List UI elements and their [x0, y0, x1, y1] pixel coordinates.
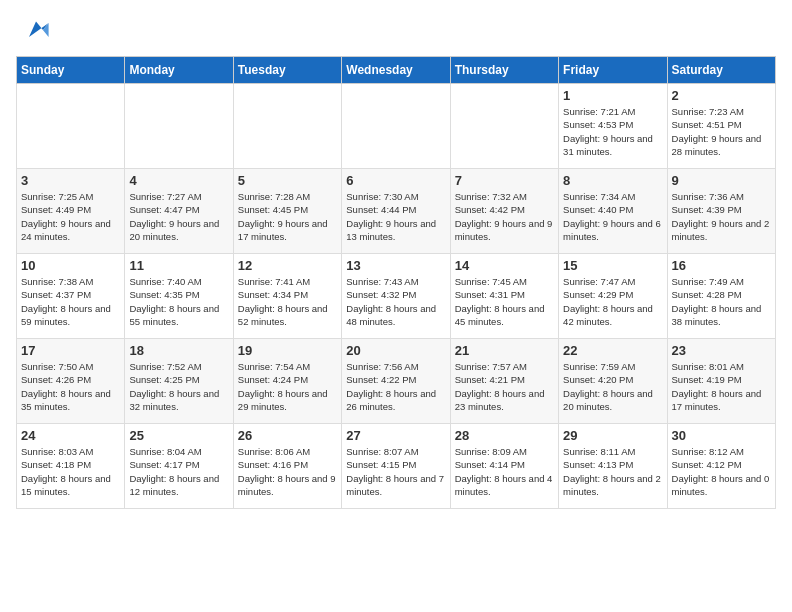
weekday-header-thursday: Thursday — [450, 57, 558, 84]
day-info: Sunrise: 7:59 AM Sunset: 4:20 PM Dayligh… — [563, 360, 662, 413]
calendar-cell — [17, 84, 125, 169]
calendar-cell: 8Sunrise: 7:34 AM Sunset: 4:40 PM Daylig… — [559, 169, 667, 254]
day-number: 5 — [238, 173, 337, 188]
day-number: 17 — [21, 343, 120, 358]
day-number: 30 — [672, 428, 771, 443]
day-number: 23 — [672, 343, 771, 358]
calendar-cell: 1Sunrise: 7:21 AM Sunset: 4:53 PM Daylig… — [559, 84, 667, 169]
day-number: 21 — [455, 343, 554, 358]
day-info: Sunrise: 7:34 AM Sunset: 4:40 PM Dayligh… — [563, 190, 662, 243]
weekday-header-saturday: Saturday — [667, 57, 775, 84]
day-number: 15 — [563, 258, 662, 273]
calendar-cell: 20Sunrise: 7:56 AM Sunset: 4:22 PM Dayli… — [342, 339, 450, 424]
day-number: 19 — [238, 343, 337, 358]
day-number: 22 — [563, 343, 662, 358]
calendar-cell: 21Sunrise: 7:57 AM Sunset: 4:21 PM Dayli… — [450, 339, 558, 424]
day-number: 7 — [455, 173, 554, 188]
day-info: Sunrise: 8:06 AM Sunset: 4:16 PM Dayligh… — [238, 445, 337, 498]
day-info: Sunrise: 7:52 AM Sunset: 4:25 PM Dayligh… — [129, 360, 228, 413]
day-number: 6 — [346, 173, 445, 188]
day-info: Sunrise: 8:12 AM Sunset: 4:12 PM Dayligh… — [672, 445, 771, 498]
day-number: 20 — [346, 343, 445, 358]
day-number: 12 — [238, 258, 337, 273]
day-number: 25 — [129, 428, 228, 443]
day-number: 1 — [563, 88, 662, 103]
calendar-cell — [233, 84, 341, 169]
day-info: Sunrise: 7:56 AM Sunset: 4:22 PM Dayligh… — [346, 360, 445, 413]
calendar-cell: 23Sunrise: 8:01 AM Sunset: 4:19 PM Dayli… — [667, 339, 775, 424]
day-number: 16 — [672, 258, 771, 273]
weekday-header-monday: Monday — [125, 57, 233, 84]
calendar-cell: 29Sunrise: 8:11 AM Sunset: 4:13 PM Dayli… — [559, 424, 667, 509]
calendar-cell: 27Sunrise: 8:07 AM Sunset: 4:15 PM Dayli… — [342, 424, 450, 509]
weekday-header-sunday: Sunday — [17, 57, 125, 84]
day-info: Sunrise: 7:28 AM Sunset: 4:45 PM Dayligh… — [238, 190, 337, 243]
day-info: Sunrise: 7:40 AM Sunset: 4:35 PM Dayligh… — [129, 275, 228, 328]
day-number: 2 — [672, 88, 771, 103]
calendar-cell — [342, 84, 450, 169]
day-info: Sunrise: 8:09 AM Sunset: 4:14 PM Dayligh… — [455, 445, 554, 498]
calendar-cell: 18Sunrise: 7:52 AM Sunset: 4:25 PM Dayli… — [125, 339, 233, 424]
day-number: 26 — [238, 428, 337, 443]
day-number: 4 — [129, 173, 228, 188]
day-number: 28 — [455, 428, 554, 443]
day-number: 18 — [129, 343, 228, 358]
calendar-cell: 5Sunrise: 7:28 AM Sunset: 4:45 PM Daylig… — [233, 169, 341, 254]
day-number: 3 — [21, 173, 120, 188]
day-info: Sunrise: 7:21 AM Sunset: 4:53 PM Dayligh… — [563, 105, 662, 158]
calendar-cell: 28Sunrise: 8:09 AM Sunset: 4:14 PM Dayli… — [450, 424, 558, 509]
calendar-cell: 30Sunrise: 8:12 AM Sunset: 4:12 PM Dayli… — [667, 424, 775, 509]
day-info: Sunrise: 7:45 AM Sunset: 4:31 PM Dayligh… — [455, 275, 554, 328]
weekday-header-tuesday: Tuesday — [233, 57, 341, 84]
day-info: Sunrise: 7:36 AM Sunset: 4:39 PM Dayligh… — [672, 190, 771, 243]
day-info: Sunrise: 7:47 AM Sunset: 4:29 PM Dayligh… — [563, 275, 662, 328]
day-info: Sunrise: 7:49 AM Sunset: 4:28 PM Dayligh… — [672, 275, 771, 328]
day-number: 27 — [346, 428, 445, 443]
day-info: Sunrise: 7:23 AM Sunset: 4:51 PM Dayligh… — [672, 105, 771, 158]
calendar-cell — [125, 84, 233, 169]
day-info: Sunrise: 7:27 AM Sunset: 4:47 PM Dayligh… — [129, 190, 228, 243]
calendar-cell: 14Sunrise: 7:45 AM Sunset: 4:31 PM Dayli… — [450, 254, 558, 339]
day-info: Sunrise: 8:01 AM Sunset: 4:19 PM Dayligh… — [672, 360, 771, 413]
day-number: 8 — [563, 173, 662, 188]
calendar-cell: 24Sunrise: 8:03 AM Sunset: 4:18 PM Dayli… — [17, 424, 125, 509]
day-number: 24 — [21, 428, 120, 443]
calendar-cell: 4Sunrise: 7:27 AM Sunset: 4:47 PM Daylig… — [125, 169, 233, 254]
calendar-cell: 13Sunrise: 7:43 AM Sunset: 4:32 PM Dayli… — [342, 254, 450, 339]
calendar-cell: 9Sunrise: 7:36 AM Sunset: 4:39 PM Daylig… — [667, 169, 775, 254]
day-info: Sunrise: 7:41 AM Sunset: 4:34 PM Dayligh… — [238, 275, 337, 328]
calendar-cell: 6Sunrise: 7:30 AM Sunset: 4:44 PM Daylig… — [342, 169, 450, 254]
calendar-cell: 10Sunrise: 7:38 AM Sunset: 4:37 PM Dayli… — [17, 254, 125, 339]
logo-icon — [22, 16, 50, 44]
day-info: Sunrise: 7:32 AM Sunset: 4:42 PM Dayligh… — [455, 190, 554, 243]
day-info: Sunrise: 8:04 AM Sunset: 4:17 PM Dayligh… — [129, 445, 228, 498]
day-number: 10 — [21, 258, 120, 273]
calendar-cell: 3Sunrise: 7:25 AM Sunset: 4:49 PM Daylig… — [17, 169, 125, 254]
weekday-header-friday: Friday — [559, 57, 667, 84]
calendar-cell: 19Sunrise: 7:54 AM Sunset: 4:24 PM Dayli… — [233, 339, 341, 424]
calendar-cell — [450, 84, 558, 169]
day-number: 14 — [455, 258, 554, 273]
weekday-header-wednesday: Wednesday — [342, 57, 450, 84]
page-header — [16, 16, 776, 44]
logo — [16, 16, 50, 44]
calendar-cell: 2Sunrise: 7:23 AM Sunset: 4:51 PM Daylig… — [667, 84, 775, 169]
calendar-cell: 26Sunrise: 8:06 AM Sunset: 4:16 PM Dayli… — [233, 424, 341, 509]
day-info: Sunrise: 7:25 AM Sunset: 4:49 PM Dayligh… — [21, 190, 120, 243]
calendar-cell: 25Sunrise: 8:04 AM Sunset: 4:17 PM Dayli… — [125, 424, 233, 509]
day-number: 9 — [672, 173, 771, 188]
day-info: Sunrise: 8:03 AM Sunset: 4:18 PM Dayligh… — [21, 445, 120, 498]
day-number: 13 — [346, 258, 445, 273]
day-info: Sunrise: 7:54 AM Sunset: 4:24 PM Dayligh… — [238, 360, 337, 413]
calendar-cell: 7Sunrise: 7:32 AM Sunset: 4:42 PM Daylig… — [450, 169, 558, 254]
calendar-cell: 22Sunrise: 7:59 AM Sunset: 4:20 PM Dayli… — [559, 339, 667, 424]
calendar-cell: 11Sunrise: 7:40 AM Sunset: 4:35 PM Dayli… — [125, 254, 233, 339]
calendar-table: SundayMondayTuesdayWednesdayThursdayFrid… — [16, 56, 776, 509]
calendar-cell: 16Sunrise: 7:49 AM Sunset: 4:28 PM Dayli… — [667, 254, 775, 339]
day-info: Sunrise: 7:30 AM Sunset: 4:44 PM Dayligh… — [346, 190, 445, 243]
day-info: Sunrise: 7:43 AM Sunset: 4:32 PM Dayligh… — [346, 275, 445, 328]
day-info: Sunrise: 7:50 AM Sunset: 4:26 PM Dayligh… — [21, 360, 120, 413]
day-info: Sunrise: 8:07 AM Sunset: 4:15 PM Dayligh… — [346, 445, 445, 498]
calendar-cell: 17Sunrise: 7:50 AM Sunset: 4:26 PM Dayli… — [17, 339, 125, 424]
day-number: 11 — [129, 258, 228, 273]
